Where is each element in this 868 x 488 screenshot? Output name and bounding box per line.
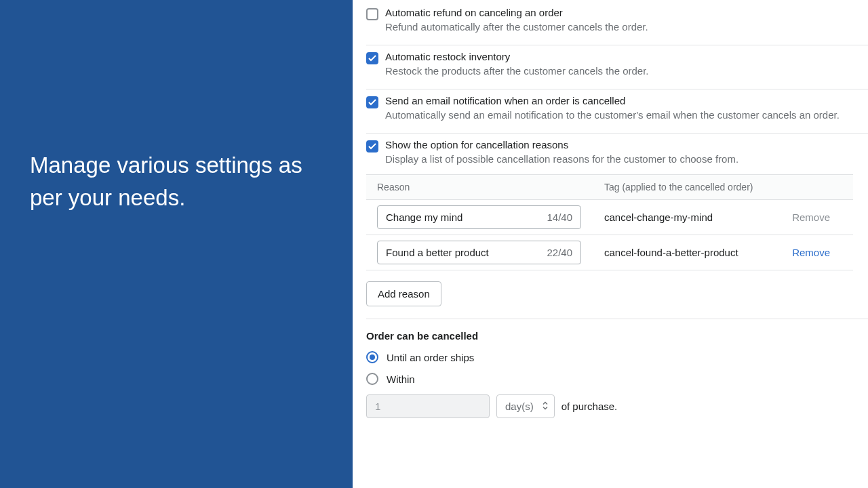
cancel-window-title: Order can be cancelled bbox=[366, 330, 868, 342]
cancel-window-section: Order can be cancelled Until an order sh… bbox=[366, 319, 868, 418]
checkbox-email-notify[interactable] bbox=[366, 96, 378, 108]
reasons-header: Reason Tag (applied to the cancelled ord… bbox=[366, 174, 853, 200]
radio-until-ships[interactable] bbox=[366, 351, 378, 363]
radio-until-ships-row: Until an order ships bbox=[366, 351, 868, 363]
within-unit-label: day(s) bbox=[505, 401, 534, 412]
col-header-reason: Reason bbox=[377, 182, 604, 192]
desc-auto-refund: Refund automatically after the customer … bbox=[385, 21, 854, 33]
reason-text-field[interactable] bbox=[386, 211, 547, 223]
reason-input[interactable]: 14/40 bbox=[377, 205, 581, 229]
desc-show-reasons: Display a list of possible cancellation … bbox=[385, 153, 854, 165]
setting-auto-refund: Automatic refund on canceling an order R… bbox=[366, 7, 868, 45]
settings-panel: Automatic refund on canceling an order R… bbox=[353, 0, 868, 488]
reasons-table: Reason Tag (applied to the cancelled ord… bbox=[366, 174, 853, 270]
char-count: 22/40 bbox=[547, 247, 572, 258]
within-number-input[interactable] bbox=[366, 394, 490, 418]
within-unit-select[interactable]: day(s) bbox=[496, 394, 555, 418]
label-email-notify: Send an email notification when an order… bbox=[385, 95, 854, 106]
reason-text-field[interactable] bbox=[386, 247, 547, 258]
radio-label-within: Within bbox=[387, 373, 415, 385]
radio-within[interactable] bbox=[366, 373, 378, 385]
label-auto-restock: Automatic restock inventory bbox=[385, 51, 854, 62]
promo-heading: Manage various settings as per your need… bbox=[30, 149, 323, 214]
reason-input[interactable]: 22/40 bbox=[377, 241, 581, 264]
desc-email-notify: Automatically send an email notification… bbox=[385, 109, 854, 121]
checkbox-show-reasons[interactable] bbox=[366, 140, 378, 152]
add-reason-button[interactable]: Add reason bbox=[366, 281, 441, 306]
reason-row: 14/40 cancel-change-my-mind Remove bbox=[366, 200, 853, 235]
reason-tag: cancel-found-a-better-product bbox=[604, 247, 792, 258]
desc-auto-restock: Restock the products after the customer … bbox=[385, 65, 854, 77]
checkbox-auto-restock[interactable] bbox=[366, 52, 378, 64]
chevron-updown-icon bbox=[542, 401, 549, 412]
remove-reason-link[interactable]: Remove bbox=[792, 211, 842, 223]
col-header-tag: Tag (applied to the cancelled order) bbox=[604, 182, 842, 192]
remove-reason-link[interactable]: Remove bbox=[792, 247, 842, 258]
label-show-reasons: Show the option for cancellation reasons bbox=[385, 139, 854, 150]
radio-label-until-ships: Until an order ships bbox=[387, 352, 474, 363]
reason-tag: cancel-change-my-mind bbox=[604, 211, 792, 223]
setting-auto-restock: Automatic restock inventory Restock the … bbox=[366, 45, 868, 89]
within-inputs: day(s) of purchase. bbox=[366, 394, 868, 418]
reason-row: 22/40 cancel-found-a-better-product Remo… bbox=[366, 235, 853, 270]
checkbox-auto-refund[interactable] bbox=[366, 8, 378, 20]
promo-sidebar: Manage various settings as per your need… bbox=[0, 0, 353, 488]
within-suffix: of purchase. bbox=[561, 401, 618, 412]
radio-within-row: Within bbox=[366, 373, 868, 385]
label-auto-refund: Automatic refund on canceling an order bbox=[385, 7, 854, 18]
char-count: 14/40 bbox=[547, 211, 572, 223]
setting-show-reasons: Show the option for cancellation reasons… bbox=[366, 134, 868, 171]
setting-email-notify: Send an email notification when an order… bbox=[366, 89, 868, 134]
